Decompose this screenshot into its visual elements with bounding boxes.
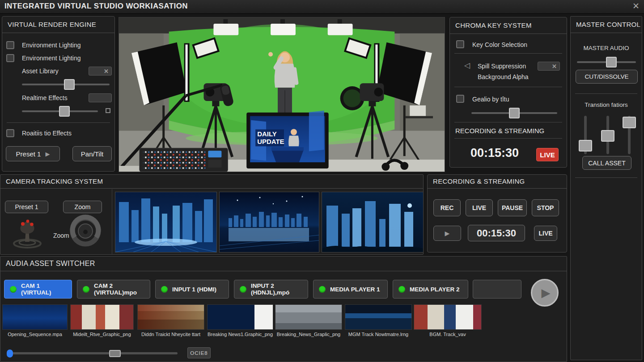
source-active-dot (240, 286, 246, 293)
transport-slider-handle[interactable] (109, 350, 121, 357)
media-thumbnail[interactable] (70, 304, 134, 330)
transport-start-marker[interactable] (7, 349, 13, 358)
media-thumbnail[interactable] (275, 304, 342, 330)
asset-library-close-button[interactable]: ✕ (89, 67, 112, 76)
cityscape-2 (220, 192, 319, 252)
key-color-checkbox[interactable] (456, 40, 464, 48)
media-item-3[interactable]: Diddn Traickt Nheycite ttart (137, 304, 204, 340)
realtime-effects-slider-handle[interactable] (59, 106, 70, 117)
source-button-input1[interactable]: INPUT 1 (HDMI) (155, 280, 229, 299)
source-label: MEDIA PLAYER 2 (410, 286, 460, 293)
cut-dissolve-label: CUT/DISSOLVE (585, 73, 628, 80)
env-lighting-1-checkbox[interactable] (6, 41, 14, 49)
transition-fader-2-handle[interactable] (601, 130, 614, 142)
media-item-4[interactable]: Breaking News1.Graphic_png (207, 304, 273, 340)
source-button-media2[interactable]: MEDIA PLAYER 2 (393, 280, 468, 299)
gain-slider[interactable] (471, 112, 557, 114)
divider (575, 177, 637, 178)
media-thumbnail[interactable] (345, 304, 412, 330)
spill-suppression-label: Spill Suppression (478, 63, 526, 70)
back-triangle-icon[interactable]: ◁ (464, 61, 470, 70)
rec-button[interactable]: REC (433, 199, 461, 216)
play-button[interactable]: ▶ (433, 226, 461, 241)
gain-slider-handle[interactable] (509, 108, 520, 118)
preset-1-button[interactable]: Preset 1 ▶ (6, 146, 60, 161)
transition-fader-1-handle[interactable] (579, 140, 592, 152)
cut-dissolve-button[interactable]: CUT/DISSOLVE (576, 70, 638, 84)
media-item-7[interactable]: BGM. Track_vav (414, 304, 482, 340)
title-bar: INTEGRATED VIRTUAL STUDIO WORKIASATION ✕ (0, 0, 644, 14)
source-button-media1[interactable]: MEDIA PLAYER 1 (313, 280, 388, 299)
tracking-zoom-button[interactable]: Zoom (63, 201, 102, 213)
pause-button[interactable]: PAUSE (498, 199, 527, 216)
camera-tracking-title: CAMERA TRACKING SYSTEM (6, 177, 103, 185)
media-item-2[interactable]: Mideilt_Rtve_Graphic_png (70, 304, 134, 340)
tracking-preset-button[interactable]: Preset 1 (5, 201, 48, 213)
media-item-5[interactable]: Breaking_News_Graplic_png (275, 304, 342, 340)
source-active-dot (398, 286, 405, 293)
zoom-knob[interactable] (68, 214, 102, 248)
divider (7, 122, 110, 123)
call-asset-button[interactable]: CALL ASSET (582, 156, 631, 170)
chroma-key-header: CHROMA KEY SYSTEM (450, 17, 567, 34)
master-audio-label: MASTER AUDIO (571, 45, 642, 51)
divider (454, 138, 562, 139)
chroma-key-title: CHROMA KEY SYSTEM (455, 21, 532, 29)
live-button[interactable]: LIVE (466, 199, 493, 216)
media-thumbnail[interactable] (207, 304, 273, 330)
transition-fader-3[interactable] (628, 116, 631, 154)
media-thumbnail[interactable] (137, 304, 204, 330)
tracking-zoom-label: Zoom (75, 203, 91, 210)
master-control-header: MASTER CONTROL (571, 17, 642, 33)
divider (575, 93, 637, 94)
transition-fader-2[interactable] (606, 116, 609, 154)
master-audio-slider[interactable] (577, 61, 636, 63)
transport-slider[interactable] (8, 352, 178, 354)
source-button-empty[interactable] (473, 280, 521, 299)
source-active-dot (10, 286, 17, 293)
source-label: INPUT 1 (HDMI) (172, 286, 216, 293)
transition-fader-3-handle[interactable] (623, 117, 636, 128)
media-thumbnail[interactable] (414, 304, 482, 330)
close-icon[interactable]: ✕ (632, 1, 640, 11)
source-button-cam1[interactable]: CAM 1 (VIRTUAL) (4, 280, 72, 299)
media-label: Breaking News1.Graphic_png (207, 332, 273, 337)
joystick-icon[interactable] (9, 216, 45, 250)
media-label: Diddn Traickt Nheycite ttart (137, 332, 204, 337)
gain-label: Gealio by tîtu (472, 96, 509, 103)
media-item-1[interactable]: Opening_Sequence.mpa (2, 304, 68, 340)
master-audio-slider-handle[interactable] (606, 57, 617, 67)
transition-fader-1[interactable] (584, 116, 587, 154)
camera-tracking-header: CAMERA TRACKING SYSTEM (0, 175, 423, 189)
media-item-6[interactable]: MGM Track Nowtmatre.lrng (345, 304, 412, 340)
gain-checkbox[interactable] (456, 95, 464, 103)
pan-tilt-button[interactable]: Pan/Tilt (72, 146, 112, 161)
source-button-input2[interactable]: INPUT 2 (HDNJL),mpó (234, 280, 308, 299)
scene-thumbnail-3[interactable] (322, 192, 424, 253)
studio-preview: DAILY UPDATE (119, 17, 445, 172)
source-button-cam2[interactable]: CAM 2 (VIRTUAL)mpo (77, 280, 150, 299)
rec-label: REC (441, 204, 454, 211)
effects-toggle-checkbox[interactable] (6, 129, 14, 137)
env-lighting-2-checkbox[interactable] (6, 54, 14, 62)
scene-thumbnail-1[interactable] (115, 192, 217, 253)
asset-library-slider[interactable] (22, 84, 110, 85)
pause-label: PAUSE (502, 204, 523, 211)
spill-close-button[interactable]: ✕ (538, 62, 560, 71)
media-thumbnail[interactable] (2, 304, 68, 330)
live-button-2[interactable]: LIVE (534, 226, 557, 241)
asset-library-slider-handle[interactable] (64, 79, 75, 90)
live-label: LIVE (472, 204, 486, 211)
recording-title: RECORDING & STREAMING (433, 177, 525, 185)
media-label: BGM. Track_vav (414, 332, 482, 337)
scene-thumbnail-2[interactable] (219, 192, 319, 253)
realtime-effects-button[interactable] (89, 93, 112, 102)
realtime-effects-slider[interactable] (22, 110, 98, 112)
audio-mixer (140, 148, 228, 172)
master-play-button[interactable]: ▶ (531, 279, 559, 307)
live-2-label: LIVE (538, 230, 552, 237)
camera-tracking-panel: CAMERA TRACKING SYSTEM Preset 1 Zoom Zoo… (0, 174, 424, 255)
stop-button[interactable]: STOP (532, 199, 559, 216)
master-control-title: MASTER CONTROL (576, 21, 640, 28)
transport-mode-button[interactable]: OCIE8 (187, 347, 211, 358)
